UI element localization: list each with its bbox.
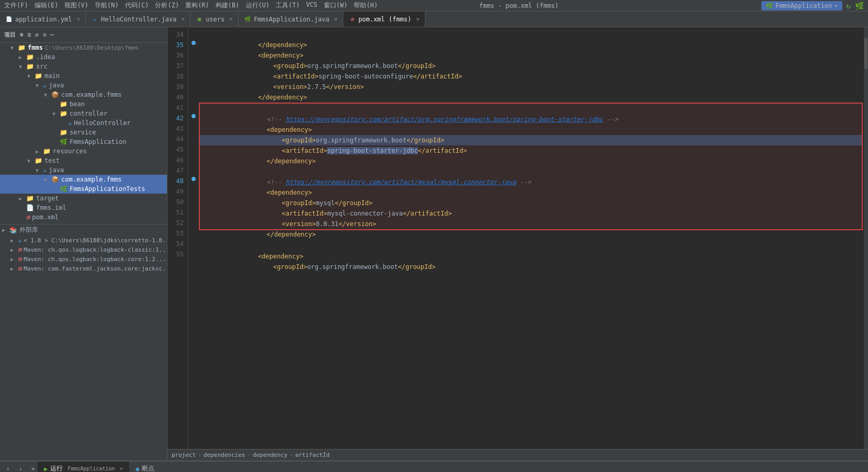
tree-label: Maven: ch.qos.logback:logback-classic:1.… [24,246,167,253]
breadcrumb-dependencies[interactable]: dependencies [204,452,245,458]
tree-label: target [36,195,59,202]
menu-window[interactable]: 窗口(W) [324,1,348,10]
tree-item-src[interactable]: ▼ 📁 src [0,62,167,71]
scrollbar-thumb[interactable] [864,38,867,69]
ln-55: 55 [172,249,184,260]
run-config[interactable]: 🌿 FmmsApplication ▾ [761,1,842,10]
ln-44: 44 [172,134,184,144]
menu-navigate[interactable]: 导航(N) [95,1,119,10]
minimize-icon[interactable]: — [51,31,54,38]
code-content[interactable]: </dependency> <dependency> <groupId>org.… [199,27,864,449]
tree-item-main[interactable]: ▼ 📁 main [0,71,167,81]
tree-item-controller[interactable]: ▼ 📁 controller [0,109,167,118]
tab-close-icon[interactable]: × [334,16,337,23]
scope-icon[interactable]: ⊕ [20,31,24,38]
ln-38: 38 [172,71,184,82]
tree-label: java [49,166,64,174]
sort-icon[interactable]: ≡ [28,31,31,38]
tab-hello-controller[interactable]: ☕ HelloController.java × [86,12,190,27]
tab-application-yml[interactable]: 📄 application.yml × [0,12,86,27]
tree-item-idea[interactable]: ▶ 📁 .idea [0,52,167,62]
tree-item-hello-controller[interactable]: ▶ ☕ HelloController [0,118,167,128]
service-folder-icon: 📁 [60,129,67,136]
pom-file-icon: m [26,213,30,221]
tab-pom-xml[interactable]: m pom.xml (fmms) × [343,12,425,27]
menu-bar[interactable]: 文件(F) 编辑(E) 视图(V) 导航(N) 代码(C) 分析(Z) 重构(R… [4,1,378,10]
project-label: 项目 [4,31,16,39]
tree-item-fmms-tests[interactable]: ▶ 🌿 FmmsApplicationTests [0,184,167,194]
folder-icon: 📁 [18,44,26,51]
fmms-app-label: FmmsApplication [67,466,115,471]
tab-close-icon[interactable]: × [182,16,185,23]
tree-item-bean[interactable]: ▶ 📁 bean [0,99,167,109]
menu-analyze[interactable]: 分析(Z) [155,1,179,10]
bookmark-48 [191,177,196,181]
menu-help[interactable]: 帮助(H) [354,1,378,10]
menu-file[interactable]: 文件(F) [4,1,28,10]
tree-item-pom-xml[interactable]: ▶ m pom.xml [0,212,167,222]
tab-users[interactable]: ▦ users × [190,12,239,27]
main-folder-icon: 📁 [35,72,42,80]
tree-label: FmmsApplication [70,138,126,145]
tree-item-service[interactable]: ▶ 📁 service [0,128,167,137]
tree-item-java-main[interactable]: ▼ ☕ java [0,81,167,90]
menu-vcs[interactable]: VCS [306,1,318,10]
menu-tools[interactable]: 工具(T) [276,1,300,10]
tree-item-resources[interactable]: ▶ 📁 resources [0,147,167,156]
run-tab-label: ↑ [0,466,13,471]
refresh-icon[interactable]: ↻ [847,2,851,10]
menu-code[interactable]: 代码(C) [125,1,149,10]
menu-refactor[interactable]: 重构(R) [185,1,209,10]
tree-item-maven-logback-core[interactable]: ▶ m Maven: ch.qos.logback:logback-core:1… [0,254,167,264]
breadcrumb-dependency[interactable]: dependency [253,452,287,458]
ln-42: 42 [172,113,184,123]
expand-icon[interactable]: ⇌ [35,31,39,38]
settings-icon[interactable]: ⚙ [43,31,47,38]
tree-label: HelloController [74,119,130,127]
ln-49: 49 [172,186,184,197]
tree-item-com-example-test[interactable]: ▼ 📦 com.example.fmms [0,175,167,184]
tree-item-test[interactable]: ▼ 📁 test [0,156,167,165]
fmms-tests-icon: 🌿 [60,185,67,193]
tab-label: HelloController.java [101,16,177,23]
breadcrumb-project[interactable]: project [172,452,196,458]
tab-close-icon[interactable]: × [76,16,80,23]
target-folder-icon: 📁 [26,195,34,202]
ln-43: 43 [172,123,184,134]
bean-folder-icon: 📁 [60,100,67,108]
run-config-label: FmmsApplication [775,2,832,9]
tree-item-maven-jackson[interactable]: ▶ m Maven: com.fasterxml.jackson.core:ja… [0,264,167,273]
tree-label: fmms [28,44,43,51]
breadcrumb-artifactid[interactable]: artifactId [295,452,330,458]
menu-edit[interactable]: 编辑(E) [35,1,59,10]
arrow-separator: ≡ [25,466,38,471]
tree-item-fmms-app[interactable]: ▶ 🌿 FmmsApplication [0,137,167,147]
run-tab-close-icon[interactable]: × [120,465,123,472]
menu-build[interactable]: 构建(B) [216,1,240,10]
tree-item-fmms-iml[interactable]: ▶ 📄 fmms.iml [0,203,167,212]
tab-run[interactable]: ▶ 运行 FmmsApplication × [38,462,129,472]
tree-label: test [44,157,60,164]
tab-close-icon[interactable]: × [416,16,420,23]
tree-item-target[interactable]: ▶ 📁 target [0,194,167,203]
tree-item-maven-logback-classic[interactable]: ▶ m Maven: ch.qos.logback:logback-classi… [0,245,167,254]
menu-run[interactable]: 运行(U) [246,1,270,10]
menu-view[interactable]: 视图(V) [64,1,88,10]
tab-label: pom.xml (fmms) [358,16,411,23]
arrow-down-icon: ↓ [19,466,22,471]
scrollbar-vertical[interactable] [864,27,868,449]
highlight-block: <!-- https://mvnrepository.com/artifact/… [199,103,863,230]
tree-item-external-libs[interactable]: ▶ 📚 外部库 [0,224,167,235]
tab-close-icon[interactable]: × [229,16,233,23]
tree-item-java-test[interactable]: ▼ ☕ java [0,165,167,175]
code-area[interactable]: 34 35 36 37 38 39 40 41 42 43 44 45 46 4… [167,27,868,449]
tab-fmms-application[interactable]: 🌿 FmmsApplication.java × [239,12,343,27]
tree-label: controller [70,110,107,117]
tree-item-com-example[interactable]: ▼ 📦 com.example.fmms [0,90,167,99]
tree-item-jdk[interactable]: ▶ ☕ < 1.8 > C:\Users\86188\jdks\corretto… [0,235,167,245]
tree-label: 外部库 [19,226,38,234]
gutter [188,27,199,449]
tree-item-fmms[interactable]: ▼ 📁 fmms C:\Users\86188\Desktop\fmms [0,43,167,52]
tab-breakpoints[interactable]: ◉ 断点 [129,462,161,472]
plant-icon[interactable]: 🌿 [855,2,864,10]
